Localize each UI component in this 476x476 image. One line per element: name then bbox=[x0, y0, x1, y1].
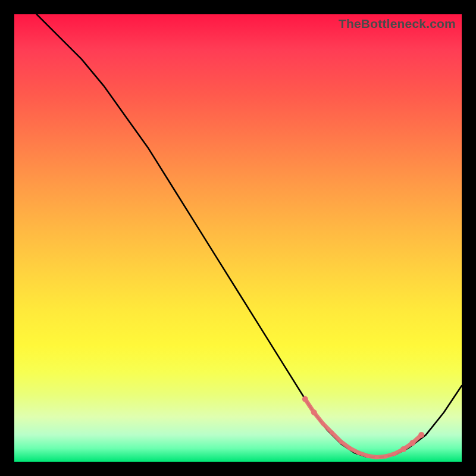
marker-segment bbox=[305, 399, 314, 413]
marker-segment bbox=[386, 454, 394, 457]
marker-segment bbox=[332, 433, 341, 441]
watermark-text: TheBottleneck.com bbox=[339, 17, 456, 31]
marker-dot bbox=[418, 432, 424, 438]
marker-segment bbox=[394, 449, 403, 454]
marker-dot bbox=[302, 396, 308, 402]
marker-group bbox=[302, 396, 425, 458]
marker-segment bbox=[314, 412, 323, 424]
marker-segment bbox=[377, 456, 386, 458]
marker-segment bbox=[412, 435, 421, 443]
bottleneck-curve-line bbox=[37, 14, 462, 458]
marker-segment bbox=[341, 441, 350, 448]
marker-segment bbox=[359, 453, 368, 456]
marker-segment bbox=[368, 456, 377, 457]
curve-svg bbox=[14, 14, 462, 462]
chart-area: TheBottleneck.com bbox=[14, 14, 462, 462]
marker-dot bbox=[409, 440, 415, 446]
marker-dot bbox=[311, 409, 317, 415]
marker-dot bbox=[400, 446, 406, 452]
marker-segment bbox=[403, 443, 412, 449]
marker-segment bbox=[323, 424, 332, 433]
marker-segment bbox=[350, 448, 359, 453]
